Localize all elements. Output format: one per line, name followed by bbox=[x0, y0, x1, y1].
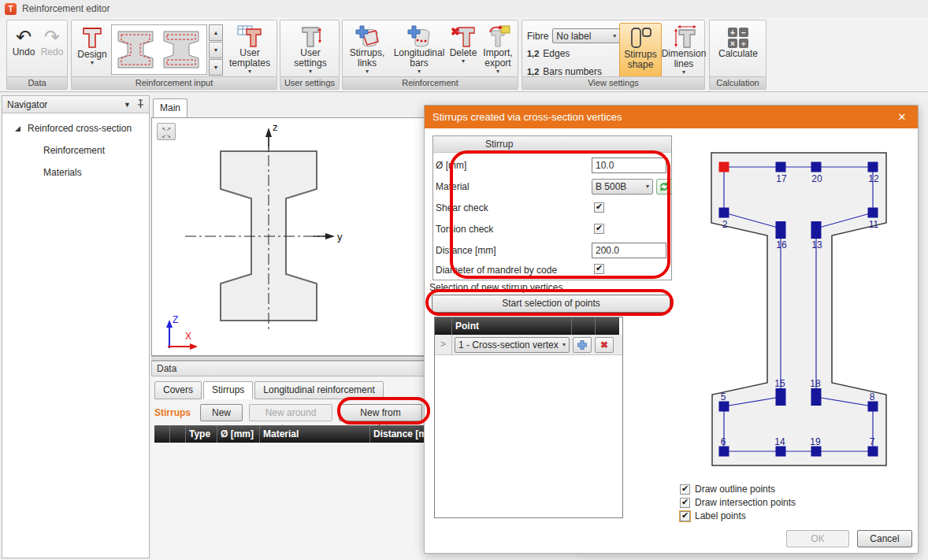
preview-point[interactable] bbox=[868, 162, 878, 172]
point-table: Point > 1 - Cross-section vertex ▾ ✖ bbox=[434, 317, 623, 518]
preview-point-label: 15 bbox=[774, 378, 785, 389]
tab-stirrups[interactable]: Stirrups bbox=[203, 381, 253, 399]
shear-check-checkbox[interactable] bbox=[594, 202, 604, 213]
row-selector[interactable]: > bbox=[435, 335, 452, 355]
new-from-points-button[interactable]: New from points bbox=[339, 404, 422, 421]
ribbon: ↶ Undo ↷ Redo Data Design ▾ bbox=[0, 17, 928, 92]
stirrups-section-label: Stirrups bbox=[154, 407, 200, 418]
fibre-dropdown[interactable]: No label ▾ bbox=[552, 28, 620, 43]
cancel-button[interactable]: Cancel bbox=[857, 530, 912, 547]
gallery-scroll-up-button[interactable]: ▲ bbox=[209, 24, 223, 41]
gallery-more-button[interactable]: ▼ bbox=[209, 59, 223, 76]
preview-point[interactable] bbox=[811, 388, 822, 406]
preview-point-label: 6 bbox=[721, 436, 726, 447]
preview-point-label: 14 bbox=[774, 436, 785, 447]
new-around-bars-button[interactable]: New around bars bbox=[249, 404, 332, 421]
tab-covers[interactable]: Covers bbox=[154, 381, 202, 399]
preview-point[interactable] bbox=[868, 447, 878, 457]
redo-button[interactable]: ↷ Redo bbox=[39, 27, 65, 57]
preview-point-selected[interactable] bbox=[719, 162, 729, 172]
draw-intersection-points-checkbox[interactable] bbox=[680, 498, 690, 508]
design-button[interactable]: Design ▾ bbox=[75, 24, 110, 66]
calculate-button[interactable]: +− ×÷ Calculate bbox=[714, 27, 763, 59]
tree-expander-icon[interactable] bbox=[13, 124, 21, 132]
draw-intersection-points-option[interactable]: Draw intersection points bbox=[680, 496, 796, 509]
selection-label: Selection of new stirrup vertices bbox=[429, 282, 562, 293]
longitudinal-bars-chevron-icon: ▾ bbox=[418, 69, 421, 75]
navigator-pin-icon[interactable] bbox=[137, 99, 144, 110]
close-icon[interactable]: ✕ bbox=[894, 111, 910, 123]
preview-point[interactable] bbox=[776, 388, 786, 406]
navigator-panel: Navigator ▼ Reinforced cross-section Rei… bbox=[2, 95, 150, 558]
torsion-check-label: Torsion check bbox=[436, 224, 661, 235]
preview-point[interactable] bbox=[811, 447, 822, 457]
tab-main[interactable]: Main bbox=[153, 98, 187, 117]
navigator-title: Navigator bbox=[7, 99, 117, 110]
stirrups-links-button[interactable]: Stirrups, links ▾ bbox=[344, 24, 390, 75]
user-templates-button[interactable]: User templates ▾ bbox=[225, 24, 275, 75]
ribbon-group-reinforcement-input-label: Reinforcement input bbox=[72, 76, 277, 89]
user-settings-button[interactable]: User settings ▾ bbox=[285, 24, 336, 75]
ribbon-group-user-settings: User settings ▾ User settings bbox=[280, 20, 340, 90]
ribbon-group-user-settings-label: User settings bbox=[280, 76, 339, 89]
dimension-lines-button[interactable]: Dimension lines ▾ bbox=[663, 23, 704, 76]
shear-check-label: Shear check bbox=[436, 202, 661, 213]
add-point-button[interactable] bbox=[573, 337, 592, 353]
new-button[interactable]: New bbox=[200, 404, 243, 421]
torsion-check-checkbox[interactable] bbox=[594, 224, 604, 234]
label-points-option[interactable]: Label points bbox=[680, 510, 796, 522]
draw-outline-points-option[interactable]: Draw outline points bbox=[680, 483, 796, 495]
tab-longitudinal-reinforcement[interactable]: Longitudinal reinforcement bbox=[254, 381, 383, 399]
svg-text:÷: ÷ bbox=[741, 39, 746, 48]
user-settings-icon bbox=[298, 24, 323, 48]
material-refresh-button[interactable] bbox=[656, 179, 672, 195]
preview-point[interactable] bbox=[719, 447, 729, 457]
edges-toggle[interactable]: 1,2 Edges bbox=[527, 48, 570, 59]
import-export-button[interactable]: Import, export ▾ bbox=[478, 24, 518, 75]
app-icon: T bbox=[5, 3, 17, 15]
preview-point[interactable] bbox=[776, 162, 786, 172]
navigator-dropdown-icon[interactable]: ▼ bbox=[124, 101, 131, 109]
axis-y-label: y bbox=[337, 231, 343, 243]
undo-button[interactable]: ↶ Undo bbox=[10, 27, 37, 57]
point-type-dropdown[interactable]: 1 - Cross-section vertex ▾ bbox=[455, 337, 570, 353]
distance-input[interactable]: 200.0 bbox=[592, 243, 666, 258]
delete-point-button[interactable]: ✖ bbox=[595, 337, 614, 353]
preview-point[interactable] bbox=[868, 208, 878, 218]
sidebar-item-reinforced-cross-section[interactable]: Reinforced cross-section bbox=[2, 123, 149, 134]
preview-point[interactable] bbox=[719, 208, 729, 218]
preview-area[interactable]: 1720122111613151858614197 bbox=[677, 135, 918, 481]
sidebar-item-reinforcement[interactable]: Reinforcement bbox=[43, 145, 149, 156]
preview-point[interactable] bbox=[776, 447, 786, 457]
preview-point[interactable] bbox=[868, 402, 878, 412]
preview-point-label: 20 bbox=[811, 173, 822, 184]
start-selection-button[interactable]: Start selection of points bbox=[432, 295, 670, 313]
mandrel-checkbox[interactable] bbox=[594, 264, 604, 274]
preview-point[interactable] bbox=[776, 221, 786, 239]
delete-button[interactable]: ✖ Delete ▾ bbox=[447, 24, 480, 65]
preview-point[interactable] bbox=[811, 221, 822, 239]
delete-x-icon: ✖ bbox=[600, 339, 608, 350]
sidebar-item-materials[interactable]: Materials bbox=[43, 167, 149, 178]
ribbon-group-reinforcement-input: Design ▾ ▲ ▼ ▼ User templ bbox=[71, 20, 277, 90]
dialog-preview-svg: 1720122111613151858614197 bbox=[677, 135, 918, 481]
torsion-check-row: Torsion check bbox=[436, 221, 661, 237]
edges-numbers-icon: 1,2 bbox=[527, 49, 539, 58]
templates-gallery[interactable] bbox=[111, 24, 207, 75]
preview-point[interactable] bbox=[719, 402, 729, 412]
triad-x-label: X bbox=[185, 331, 191, 342]
longitudinal-bars-button[interactable]: Longitudinal bars ▾ bbox=[392, 24, 447, 75]
draw-outline-points-checkbox[interactable] bbox=[680, 484, 690, 495]
stirrups-shape-toggle[interactable]: Stirrups shape bbox=[619, 23, 662, 78]
bars-numbers-toggle[interactable]: 1,2 Bars numbers bbox=[527, 66, 602, 77]
dimension-lines-chevron-icon: ▾ bbox=[682, 69, 685, 76]
preview-point[interactable] bbox=[811, 162, 822, 172]
ok-button[interactable]: OK bbox=[786, 530, 849, 547]
zoom-fit-button[interactable]: ↖↗↙↘ bbox=[157, 123, 176, 140]
diameter-input[interactable]: 10.0 bbox=[592, 158, 666, 173]
dialog-title-bar[interactable]: Stirrups created via cross-section verti… bbox=[425, 106, 918, 128]
gallery-scroll-down-button[interactable]: ▼ bbox=[209, 42, 223, 58]
ribbon-group-view-settings: Fibre No label ▾ 1,2 Edges 1,2 Bars numb… bbox=[522, 20, 705, 90]
material-dropdown[interactable]: B 500B ▾ bbox=[592, 179, 653, 195]
label-points-checkbox[interactable] bbox=[680, 511, 690, 521]
